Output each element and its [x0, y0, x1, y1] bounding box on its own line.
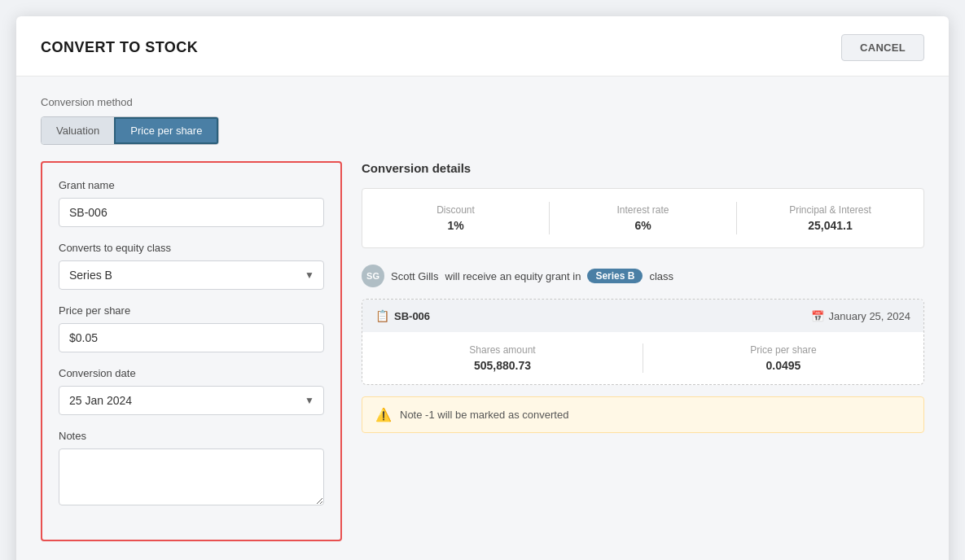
stat-interest-rate: Interest rate 6% — [550, 204, 736, 232]
left-form: Grant name Converts to equity class Seri… — [41, 161, 342, 541]
price-per-share-input[interactable] — [59, 323, 324, 352]
grant-card-body: Shares amount 505,880.73 Price per share… — [362, 332, 923, 384]
main-columns: Grant name Converts to equity class Seri… — [41, 161, 924, 541]
stat-principal-label: Principal & Interest — [753, 204, 907, 216]
grant-name-input[interactable] — [59, 198, 324, 227]
notes-group: Notes — [59, 430, 324, 509]
conversion-method-section: Conversion method Valuation Price per sh… — [41, 96, 924, 145]
modal-title: CONVERT TO STOCK — [41, 39, 198, 56]
converts-to-group: Converts to equity class Series B ▼ — [59, 242, 324, 290]
modal-header: CONVERT TO STOCK CANCEL — [16, 16, 949, 77]
modal-body: Conversion method Valuation Price per sh… — [16, 77, 949, 560]
grant-icon: 📋 — [375, 309, 389, 322]
stat-principal-value: 25,041.1 — [753, 219, 907, 232]
grant-card-header: 📋 SB-006 📅 January 25, 2024 — [362, 300, 923, 332]
modal-container: CONVERT TO STOCK CANCEL Conversion metho… — [16, 16, 949, 560]
equity-class-badge: Series B — [587, 269, 643, 283]
right-panel: Conversion details Discount 1% Interest … — [362, 161, 924, 541]
grant-card-name: 📋 SB-006 — [375, 309, 430, 322]
cancel-button[interactable]: CANCEL — [841, 34, 924, 61]
conversion-date-select[interactable]: 25 Jan 2024 — [59, 386, 324, 415]
calendar-icon: 📅 — [811, 310, 824, 322]
grant-price-label: Price per share — [660, 344, 907, 356]
stat-discount-value: 1% — [379, 219, 533, 232]
converts-to-wrapper: Series B ▼ — [59, 260, 324, 290]
stat-interest-label: Interest rate — [566, 204, 720, 216]
equity-person-name: Scott Gills — [391, 270, 439, 282]
note-banner: ⚠️ Note -1 will be marked as converted — [362, 396, 924, 433]
avatar: SG — [362, 265, 384, 287]
grant-card: 📋 SB-006 📅 January 25, 2024 Shares amoun… — [362, 299, 924, 385]
stats-row: Discount 1% Interest rate 6% Principal &… — [362, 188, 924, 248]
conversion-date-wrapper: 25 Jan 2024 ▼ — [59, 386, 324, 415]
grant-shares-label: Shares amount — [379, 344, 626, 356]
notes-label: Notes — [59, 430, 324, 442]
toggle-price-per-share[interactable]: Price per share — [114, 117, 218, 144]
grant-shares-value: 505,880.73 — [379, 359, 626, 372]
notes-textarea[interactable] — [59, 448, 324, 505]
conversion-date-group: Conversion date 25 Jan 2024 ▼ — [59, 367, 324, 415]
stat-interest-value: 6% — [566, 219, 720, 232]
conversion-details-title: Conversion details — [362, 161, 924, 175]
grant-shares: Shares amount 505,880.73 — [362, 344, 643, 372]
toggle-valuation[interactable]: Valuation — [42, 117, 114, 144]
conversion-method-toggle: Valuation Price per share — [41, 116, 219, 145]
stat-discount: Discount 1% — [362, 204, 549, 232]
grant-price: Price per share 0.0495 — [643, 344, 923, 372]
price-per-share-label: Price per share — [59, 304, 324, 317]
note-icon: ⚠️ — [375, 407, 392, 422]
grant-name-label: Grant name — [59, 179, 324, 191]
stat-principal: Principal & Interest 25,041.1 — [737, 204, 923, 232]
converts-to-select[interactable]: Series B — [59, 260, 324, 290]
conversion-method-label: Conversion method — [41, 96, 924, 108]
grant-price-value: 0.0495 — [660, 359, 907, 372]
price-per-share-group: Price per share — [59, 304, 324, 352]
conversion-date-label: Conversion date — [59, 367, 324, 379]
converts-to-label: Converts to equity class — [59, 242, 324, 254]
equity-notice: SG Scott Gills will receive an equity gr… — [362, 265, 924, 287]
grant-name-display: SB-006 — [394, 310, 430, 322]
grant-name-group: Grant name — [59, 179, 324, 227]
grant-date-value: January 25, 2024 — [829, 310, 910, 322]
note-text: Note -1 will be marked as converted — [400, 409, 568, 421]
grant-date: 📅 January 25, 2024 — [811, 310, 910, 322]
stat-discount-label: Discount — [379, 204, 533, 216]
equity-text-before: will receive an equity grant in — [445, 270, 581, 282]
equity-text-after: class — [649, 270, 673, 282]
